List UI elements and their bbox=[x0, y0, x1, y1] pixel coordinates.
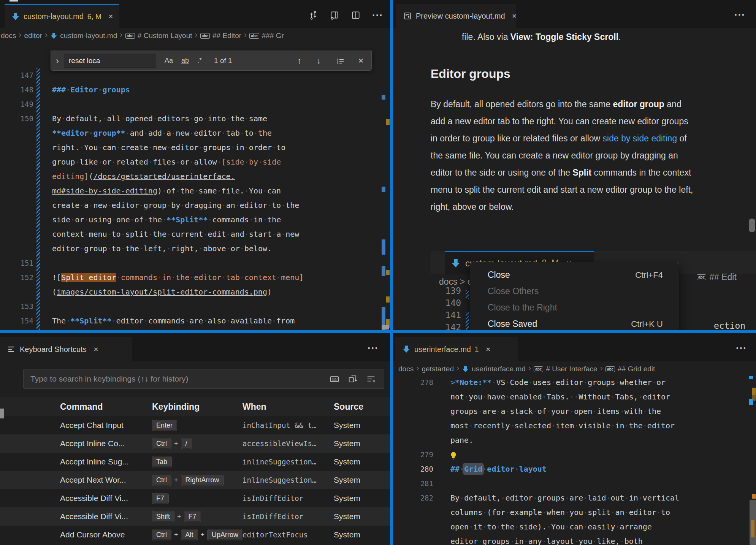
menu-item-close-saved[interactable]: Close SavedCtrl+K U bbox=[470, 316, 679, 330]
previous-match-icon[interactable]: ↑ bbox=[297, 56, 301, 66]
link[interactable]: side by side editing bbox=[603, 133, 677, 143]
code-line: **editor·group**·and·add·a·new·editor·ta… bbox=[0, 126, 381, 140]
code-text: editing](/docs/getstarted/userinterface. bbox=[52, 169, 235, 184]
code-segment: md#side-by-side-editing bbox=[52, 186, 157, 195]
table-row[interactable]: Accept Next Wor...Ctrl+RightArrowinlineS… bbox=[0, 471, 390, 489]
breadcrumb-label: userinterface.md bbox=[472, 365, 526, 373]
tab-custom-layout-md[interactable]: custom-layout.md 6, M ✕ bbox=[5, 4, 119, 28]
table-row[interactable]: Accept Inline Co...Ctrl+/accessibleViewI… bbox=[0, 434, 390, 453]
more-actions-icon[interactable]: ··· bbox=[372, 10, 383, 21]
source-cell: System bbox=[334, 457, 390, 466]
code-text: (images/custom-layout/split-editor-comma… bbox=[52, 285, 272, 299]
symbol-icon: abc bbox=[534, 366, 543, 372]
regex-icon[interactable]: .* bbox=[197, 57, 202, 65]
whitespace-dot: · bbox=[166, 143, 171, 152]
command-cell: Accept Next Wor... bbox=[60, 475, 152, 485]
close-icon[interactable]: ✕ bbox=[512, 13, 517, 20]
match-case-icon[interactable]: Aa bbox=[165, 57, 173, 65]
whitespace-dot: · bbox=[89, 201, 93, 210]
code-segment: ##· bbox=[450, 464, 464, 474]
keycap: F7 bbox=[152, 493, 168, 504]
markdown-file-icon bbox=[50, 32, 57, 40]
whitespace-dot: · bbox=[263, 215, 267, 224]
line-number: 281 bbox=[393, 476, 433, 491]
clear-keybindings-search-icon[interactable] bbox=[366, 374, 376, 384]
table-header-row: CommandKeybindingWhenSource bbox=[0, 397, 390, 416]
breadcrumb-item[interactable]: abc### Gr bbox=[249, 32, 284, 40]
table-row[interactable]: Accessible Diff Vi...F7isInDiffEditorSys… bbox=[0, 489, 390, 507]
text-run: editor group bbox=[613, 99, 664, 109]
keybindings-search-input[interactable] bbox=[24, 374, 329, 383]
breadcrumb-item[interactable]: docs bbox=[398, 365, 414, 373]
close-icon[interactable]: ✕ bbox=[486, 346, 491, 353]
whitespace-dot: · bbox=[185, 316, 189, 325]
whitespace-dot: · bbox=[496, 522, 501, 531]
open-preview-icon[interactable] bbox=[330, 10, 339, 20]
table-row[interactable]: Accept Inline Sug...TabinlineSuggestion…… bbox=[0, 453, 390, 471]
menu-item-keybinding: Ctrl+F4 bbox=[635, 270, 663, 280]
modified-gutter-stripe bbox=[33, 299, 52, 314]
overview-ruler[interactable] bbox=[748, 375, 756, 545]
sash-vertical[interactable] bbox=[390, 0, 393, 545]
breadcrumb-item[interactable]: abc# User Interface bbox=[534, 365, 597, 373]
breadcrumb-item[interactable]: abc# Custom Layout bbox=[125, 32, 192, 40]
lightbulb-icon[interactable] bbox=[450, 451, 456, 460]
sort-by-precedence-icon[interactable] bbox=[347, 374, 358, 384]
toggle-replace-icon[interactable]: › bbox=[51, 55, 64, 66]
tab-label: Preview custom-layout.md bbox=[416, 12, 505, 21]
column-header[interactable]: Keybinding bbox=[152, 402, 242, 412]
split-editor-icon[interactable] bbox=[351, 10, 361, 20]
more-actions-icon[interactable]: ··· bbox=[734, 9, 745, 21]
table-row[interactable]: Add Cursor AboveCtrl+Alt+UpArroweditorTe… bbox=[0, 526, 390, 544]
plus-separator: + bbox=[201, 531, 205, 539]
whitespace-dot: · bbox=[66, 85, 70, 94]
embedded-breadcrumb-right: abc ## Edit bbox=[697, 272, 737, 282]
scrollbar-thumb[interactable] bbox=[749, 219, 755, 232]
breadcrumb-item[interactable]: docs bbox=[1, 32, 16, 40]
open-changes-icon[interactable] bbox=[308, 10, 318, 20]
tab-userinterface-md[interactable]: userinterface.md 1 ✕ bbox=[395, 337, 518, 361]
whitespace-dot: · bbox=[222, 201, 226, 210]
code-editor[interactable]: 147148###·Editor·groups149150By·default,… bbox=[0, 43, 381, 330]
breadcrumb-item[interactable]: custom-layout.md bbox=[50, 32, 117, 40]
when-cell: editorTextFocus bbox=[242, 531, 334, 539]
whole-word-icon[interactable]: ab bbox=[181, 57, 189, 65]
column-header[interactable]: When bbox=[242, 402, 334, 412]
close-icon[interactable]: ✕ bbox=[108, 13, 113, 20]
tab-preview-custom-layout[interactable]: Preview custom-layout.md ✕ bbox=[396, 4, 516, 28]
code-editor[interactable]: 278>**Note:**·VS·Code·uses·editor·groups… bbox=[393, 375, 748, 545]
sash-horizontal[interactable] bbox=[0, 330, 756, 333]
breadcrumb-item[interactable]: editor bbox=[24, 32, 42, 40]
next-match-icon[interactable]: ↓ bbox=[317, 56, 321, 66]
when-cell: inChatInput && t… bbox=[242, 421, 334, 429]
table-row[interactable]: Accessible Diff Vi...Shift+F7isInDiffEdi… bbox=[0, 507, 390, 526]
find-input[interactable] bbox=[64, 54, 156, 68]
when-cell: inlineSuggestion… bbox=[242, 476, 334, 484]
more-actions-icon[interactable]: ··· bbox=[368, 342, 379, 354]
close-icon[interactable]: ✕ bbox=[94, 346, 98, 353]
whitespace-dot: · bbox=[189, 157, 194, 166]
record-keys-icon[interactable] bbox=[329, 374, 340, 384]
table-row[interactable]: Accept Chat InputEnterinChatInput && t…S… bbox=[0, 416, 390, 434]
overview-ruler[interactable] bbox=[381, 28, 390, 330]
breadcrumb-item[interactable]: getstarted bbox=[422, 365, 454, 373]
find-in-selection-icon[interactable] bbox=[336, 55, 345, 65]
code-segment: ( bbox=[89, 172, 93, 181]
code-text: By·default,·editor·groups·are·laid·out·i… bbox=[450, 491, 679, 505]
column-header[interactable]: Source bbox=[334, 402, 390, 412]
breadcrumb-item[interactable]: abc## Grid edit bbox=[605, 365, 655, 373]
code-segment: /docs/getstarted/userinterface. bbox=[93, 172, 235, 181]
breadcrumb-item[interactable]: userinterface.md bbox=[462, 365, 526, 373]
modified-gutter-stripe bbox=[33, 270, 52, 285]
line-number bbox=[0, 212, 33, 227]
code-text: create·a·new·editor·group·by·dragging·an… bbox=[52, 198, 299, 212]
menu-item-close[interactable]: CloseCtrl+F4 bbox=[470, 267, 679, 283]
tab-keyboard-shortcuts[interactable]: Keyboard Shortcuts ✕ bbox=[0, 337, 132, 361]
close-find-icon[interactable]: ✕ bbox=[358, 57, 364, 65]
breadcrumb-item[interactable]: abc## Editor bbox=[200, 32, 241, 40]
gutter-space bbox=[433, 418, 450, 433]
more-actions-icon[interactable]: ··· bbox=[736, 342, 747, 354]
code-line: groups·are·a·stack·of·your·open·items·wi… bbox=[393, 404, 748, 418]
column-header[interactable]: Command bbox=[60, 402, 152, 412]
chevron-right-icon: › bbox=[416, 363, 419, 373]
